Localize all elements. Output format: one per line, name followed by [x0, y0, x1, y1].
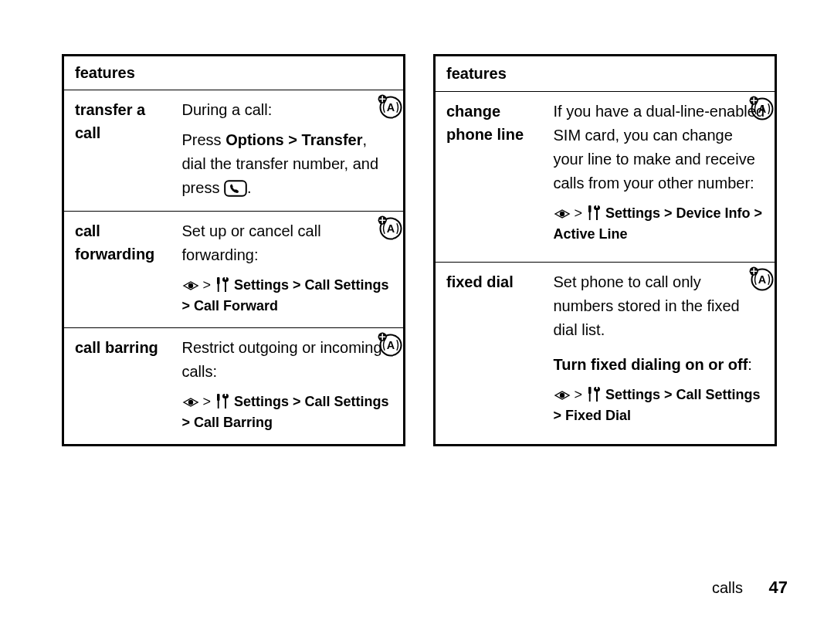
desc-line: Restrict outgoing or incoming calls:: [182, 336, 395, 384]
desc-line: Set phone to call only numbers stored in…: [554, 270, 766, 342]
feature-description: If you have a dual-line-enabled SIM card…: [543, 91, 776, 262]
tools-icon: [586, 205, 602, 222]
instruction-line: Press Options > Transfer, dial the trans…: [182, 128, 395, 200]
feature-label: fixed dial: [435, 263, 543, 446]
nav-key-icon: [554, 386, 571, 397]
send-key-icon: [224, 180, 247, 197]
section-name: calls: [712, 579, 743, 596]
menu-path: > Settings > Call Settings > Call Forwar…: [182, 275, 395, 317]
feature-row: fixed dial Set phone to call only number…: [435, 263, 776, 446]
tools-icon: [215, 393, 230, 410]
feature-description: Restrict outgoing or incoming calls: > S…: [171, 328, 405, 446]
table-header: features: [435, 56, 776, 92]
page-footer: calls 47: [712, 578, 788, 598]
table-header: features: [63, 56, 405, 90]
sim-carrier-icon: [377, 215, 405, 242]
feature-description: Set phone to call only numbers stored in…: [543, 263, 776, 446]
feature-description: Set up or cancel call forwarding: > Sett…: [171, 212, 405, 328]
feature-row: call forwarding Set up or cancel call fo…: [63, 212, 405, 328]
tools-icon: [215, 276, 230, 293]
feature-label: call barring: [63, 328, 171, 446]
menu-path: > Settings > Device Info > Active Line: [554, 203, 766, 245]
sim-carrier-icon: [377, 331, 405, 359]
feature-row: call barring Restrict outgoing or incomi…: [63, 328, 405, 446]
feature-description: During a call: Press Options > Transfer,…: [171, 90, 405, 212]
nav-key-icon: [182, 393, 199, 404]
feature-label: change phone line: [435, 91, 543, 262]
feature-row: change phone line If you have a dual-lin…: [435, 91, 776, 262]
desc-line: If you have a dual-line-enabled SIM card…: [554, 100, 766, 195]
sim-carrier-icon: [748, 266, 776, 293]
sim-carrier-icon: [748, 95, 776, 123]
sub-heading: Turn fixed dialing on or off:: [554, 353, 766, 377]
desc-line: During a call:: [182, 98, 395, 122]
feature-label: call forwarding: [63, 212, 171, 328]
tools-icon: [586, 386, 602, 403]
page-number: 47: [769, 578, 788, 597]
feature-label: transfer a call: [63, 90, 171, 212]
menu-path: > Settings > Call Settings > Call Barrin…: [182, 391, 395, 433]
features-table-right: features change phone line If you have a…: [433, 54, 777, 446]
feature-row: transfer a call During a call: Press Opt…: [63, 90, 405, 212]
nav-key-icon: [554, 205, 571, 215]
menu-path: > Settings > Call Settings > Fixed Dial: [554, 385, 766, 426]
desc-line: Set up or cancel call forwarding:: [182, 219, 395, 267]
nav-key-icon: [182, 276, 199, 287]
features-table-left: features transfer a call During a call: …: [62, 54, 405, 446]
sim-carrier-icon: [377, 93, 405, 121]
